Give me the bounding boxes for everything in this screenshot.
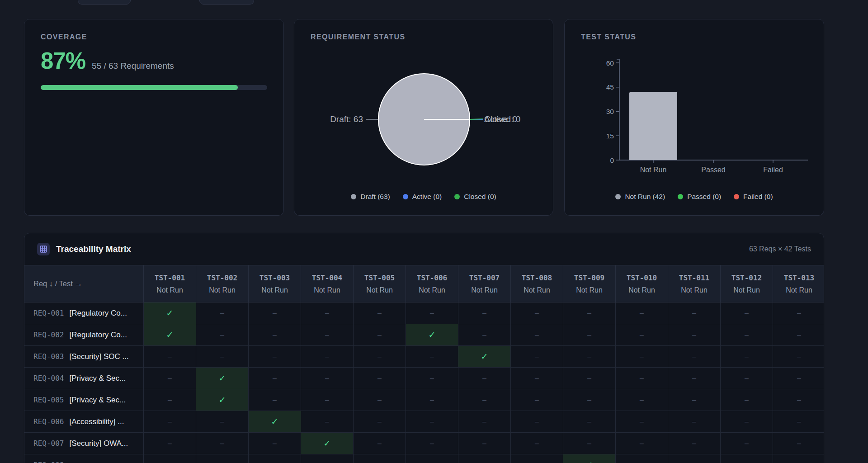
test-status-legend-item-0[interactable]: Not Run (42)	[615, 193, 665, 201]
matrix-cell-req-008-tst-013[interactable]: –	[773, 454, 824, 463]
matrix-cell-req-003-tst-002[interactable]: –	[196, 346, 249, 367]
matrix-cell-req-001-tst-009[interactable]: –	[563, 302, 616, 324]
matrix-cell-req-002-tst-013[interactable]: –	[773, 324, 824, 345]
matrix-cell-req-001-tst-007[interactable]: –	[458, 302, 511, 324]
matrix-cell-req-004-tst-010[interactable]: –	[616, 368, 668, 389]
matrix-cell-req-006-tst-006[interactable]: –	[406, 411, 458, 432]
matrix-cell-req-006-tst-008[interactable]: –	[511, 411, 563, 432]
matrix-cell-req-002-tst-001-checked[interactable]: ✓	[144, 324, 196, 345]
matrix-cell-req-002-tst-002[interactable]: –	[196, 324, 249, 345]
matrix-cell-req-006-tst-013[interactable]: –	[773, 411, 824, 432]
test-status-legend-item-1[interactable]: Passed (0)	[678, 193, 721, 201]
matrix-cell-req-005-tst-004[interactable]: –	[301, 389, 354, 411]
matrix-cell-req-008-tst-008[interactable]: –	[511, 454, 563, 463]
matrix-cell-req-003-tst-008[interactable]: –	[511, 346, 563, 367]
matrix-cell-req-007-tst-008[interactable]: –	[511, 433, 563, 454]
matrix-cell-req-005-tst-012[interactable]: –	[721, 389, 773, 411]
matrix-cell-req-008-tst-003[interactable]: –	[249, 454, 301, 463]
matrix-cell-req-005-tst-003[interactable]: –	[249, 389, 301, 411]
matrix-cell-req-006-tst-009[interactable]: –	[563, 411, 616, 432]
matrix-cell-req-005-tst-011[interactable]: –	[668, 389, 721, 411]
matrix-cell-req-005-tst-002-checked[interactable]: ✓	[196, 389, 249, 411]
requirement-status-legend-item-1[interactable]: Active (0)	[403, 193, 442, 201]
matrix-cell-req-007-tst-005[interactable]: –	[354, 433, 406, 454]
matrix-cell-req-004-tst-002-checked[interactable]: ✓	[196, 368, 249, 389]
matrix-cell-req-006-tst-005[interactable]: –	[354, 411, 406, 432]
matrix-cell-req-005-tst-001[interactable]: –	[144, 389, 196, 411]
matrix-cell-req-003-tst-005[interactable]: –	[354, 346, 406, 367]
matrix-cell-req-005-tst-005[interactable]: –	[354, 389, 406, 411]
matrix-cell-req-007-tst-011[interactable]: –	[668, 433, 721, 454]
matrix-cell-req-001-tst-006[interactable]: –	[406, 302, 458, 324]
matrix-cell-req-003-tst-004[interactable]: –	[301, 346, 354, 367]
requirement-status-legend-item-0[interactable]: Draft (63)	[351, 193, 390, 201]
matrix-cell-req-004-tst-001[interactable]: –	[144, 368, 196, 389]
matrix-cell-req-008-tst-001[interactable]: –	[144, 454, 196, 463]
matrix-cell-req-005-tst-008[interactable]: –	[511, 389, 563, 411]
matrix-cell-req-003-tst-012[interactable]: –	[721, 346, 773, 367]
toolbar-partial-button-1[interactable]	[78, 0, 131, 5]
matrix-cell-req-004-tst-007[interactable]: –	[458, 368, 511, 389]
matrix-cell-req-001-tst-013[interactable]: –	[773, 302, 824, 324]
matrix-cell-req-002-tst-012[interactable]: –	[721, 324, 773, 345]
matrix-cell-req-005-tst-006[interactable]: –	[406, 389, 458, 411]
matrix-cell-req-002-tst-008[interactable]: –	[511, 324, 563, 345]
requirement-status-legend-item-2[interactable]: Closed (0)	[454, 193, 496, 201]
matrix-cell-req-001-tst-004[interactable]: –	[301, 302, 354, 324]
matrix-cell-req-007-tst-004-checked[interactable]: ✓	[301, 433, 354, 454]
bar-not-run[interactable]	[629, 92, 677, 161]
matrix-cell-req-003-tst-007-checked[interactable]: ✓	[458, 346, 511, 367]
test-status-legend-item-2[interactable]: Failed (0)	[734, 193, 773, 201]
matrix-cell-req-001-tst-011[interactable]: –	[668, 302, 721, 324]
matrix-cell-req-006-tst-010[interactable]: –	[616, 411, 668, 432]
toolbar-partial-button-2[interactable]	[199, 0, 254, 5]
matrix-cell-req-008-tst-005[interactable]: –	[354, 454, 406, 463]
matrix-cell-req-003-tst-010[interactable]: –	[616, 346, 668, 367]
matrix-cell-req-002-tst-010[interactable]: –	[616, 324, 668, 345]
matrix-cell-req-003-tst-003[interactable]: –	[249, 346, 301, 367]
matrix-cell-req-004-tst-006[interactable]: –	[406, 368, 458, 389]
matrix-cell-req-006-tst-002[interactable]: –	[196, 411, 249, 432]
matrix-cell-req-007-tst-006[interactable]: –	[406, 433, 458, 454]
matrix-cell-req-008-tst-010[interactable]: –	[616, 454, 668, 463]
matrix-cell-req-006-tst-004[interactable]: –	[301, 411, 354, 432]
matrix-cell-req-004-tst-008[interactable]: –	[511, 368, 563, 389]
matrix-cell-req-007-tst-013[interactable]: –	[773, 433, 824, 454]
matrix-cell-req-006-tst-007[interactable]: –	[458, 411, 511, 432]
matrix-cell-req-001-tst-012[interactable]: –	[721, 302, 773, 324]
matrix-cell-req-008-tst-011[interactable]: –	[668, 454, 721, 463]
matrix-cell-req-008-tst-007[interactable]: –	[458, 454, 511, 463]
matrix-cell-req-008-tst-006[interactable]: –	[406, 454, 458, 463]
matrix-cell-req-004-tst-005[interactable]: –	[354, 368, 406, 389]
matrix-cell-req-005-tst-007[interactable]: –	[458, 389, 511, 411]
matrix-cell-req-007-tst-012[interactable]: –	[721, 433, 773, 454]
matrix-cell-req-005-tst-009[interactable]: –	[563, 389, 616, 411]
matrix-cell-req-006-tst-012[interactable]: –	[721, 411, 773, 432]
matrix-cell-req-002-tst-009[interactable]: –	[563, 324, 616, 345]
matrix-cell-req-004-tst-013[interactable]: –	[773, 368, 824, 389]
matrix-cell-req-008-tst-012[interactable]: –	[721, 454, 773, 463]
matrix-cell-req-002-tst-004[interactable]: –	[301, 324, 354, 345]
matrix-cell-req-006-tst-003-checked[interactable]: ✓	[249, 411, 301, 432]
matrix-cell-req-003-tst-006[interactable]: –	[406, 346, 458, 367]
matrix-cell-req-006-tst-011[interactable]: –	[668, 411, 721, 432]
matrix-cell-req-008-tst-009-checked[interactable]: ✓	[563, 454, 616, 463]
matrix-cell-req-007-tst-001[interactable]: –	[144, 433, 196, 454]
matrix-cell-req-005-tst-010[interactable]: –	[616, 389, 668, 411]
matrix-cell-req-007-tst-010[interactable]: –	[616, 433, 668, 454]
matrix-cell-req-007-tst-007[interactable]: –	[458, 433, 511, 454]
matrix-cell-req-002-tst-005[interactable]: –	[354, 324, 406, 345]
matrix-cell-req-003-tst-013[interactable]: –	[773, 346, 824, 367]
matrix-cell-req-002-tst-011[interactable]: –	[668, 324, 721, 345]
matrix-cell-req-007-tst-002[interactable]: –	[196, 433, 249, 454]
matrix-cell-req-001-tst-003[interactable]: –	[249, 302, 301, 324]
matrix-cell-req-003-tst-011[interactable]: –	[668, 346, 721, 367]
matrix-cell-req-002-tst-007[interactable]: –	[458, 324, 511, 345]
matrix-cell-req-008-tst-002[interactable]: –	[196, 454, 249, 463]
matrix-cell-req-002-tst-006-checked[interactable]: ✓	[406, 324, 458, 345]
matrix-cell-req-006-tst-001[interactable]: –	[144, 411, 196, 432]
matrix-cell-req-003-tst-001[interactable]: –	[144, 346, 196, 367]
matrix-cell-req-002-tst-003[interactable]: –	[249, 324, 301, 345]
matrix-cell-req-001-tst-001-checked[interactable]: ✓	[144, 302, 196, 324]
matrix-cell-req-001-tst-008[interactable]: –	[511, 302, 563, 324]
